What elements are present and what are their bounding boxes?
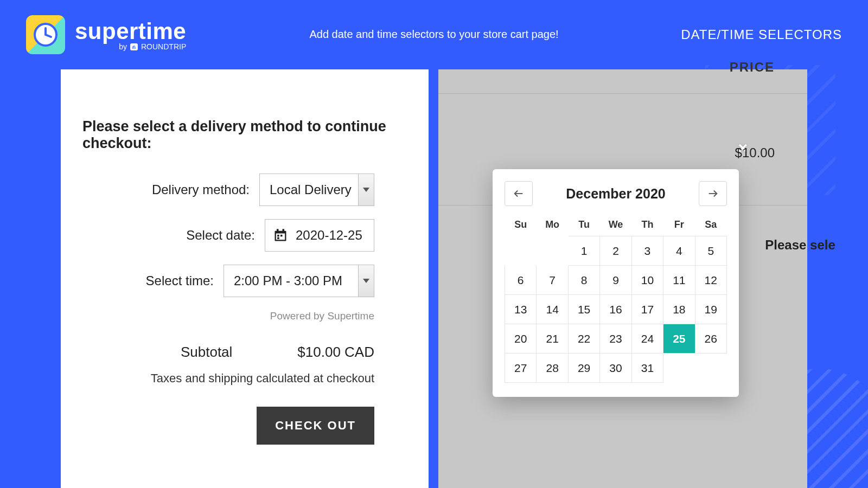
calendar-day[interactable]: 7: [537, 266, 568, 295]
byline-brand: ROUNDTRIP: [141, 42, 186, 51]
next-month-button[interactable]: [699, 181, 727, 206]
tax-note: Taxes and shipping calculated at checkou…: [82, 371, 407, 386]
svg-rect-8: [277, 235, 279, 237]
calendar-empty-cell: [537, 236, 568, 266]
price-column-header: PRICE: [730, 60, 775, 75]
clock-icon: [26, 15, 65, 54]
select-time-row: Select time: 2:00 PM - 3:00 PM: [82, 265, 407, 297]
calendar-day[interactable]: 1: [568, 236, 599, 266]
calendar-day[interactable]: 17: [631, 295, 663, 324]
delivery-method-label: Delivery method:: [152, 182, 250, 197]
select-date-row: Select date: 2020-12-25: [82, 219, 407, 252]
calendar-day[interactable]: 21: [537, 324, 568, 354]
powered-by: Powered by Supertime: [82, 310, 407, 322]
delivery-method-row: Delivery method: Local Delivery: [82, 174, 407, 206]
calendar-day[interactable]: 29: [568, 354, 599, 383]
calendar-day[interactable]: 31: [631, 354, 663, 383]
calendar-day[interactable]: 14: [537, 295, 568, 324]
delivery-method-select[interactable]: Local Delivery: [259, 174, 374, 206]
weekday-header: We: [600, 214, 631, 236]
time-value: 2:00 PM - 3:00 PM: [234, 273, 342, 288]
svg-rect-9: [280, 235, 283, 237]
arrow-right-icon: [707, 188, 719, 200]
brand-byline: by ⎌ ROUNDTRIP: [119, 42, 186, 51]
calendar-day[interactable]: 5: [695, 236, 726, 266]
weekday-header: Th: [631, 214, 663, 236]
calendar-grid: SuMoTuWeThFrSa 1234567891011121314151617…: [505, 214, 727, 383]
cart-backdrop-panel: PRICE × $10.00 Please sele December 2020…: [438, 69, 807, 488]
calendar-day[interactable]: 11: [663, 266, 695, 295]
weekday-header: Mo: [537, 214, 568, 236]
truncated-prompt: Please sele: [765, 237, 835, 253]
line-item-price: $10.00: [735, 145, 775, 160]
calendar-day[interactable]: 22: [568, 324, 599, 354]
calendar-day[interactable]: 6: [505, 266, 537, 295]
subtotal-label: Subtotal: [181, 344, 232, 361]
svg-rect-7: [283, 229, 285, 232]
calendar-day[interactable]: 23: [600, 324, 631, 354]
header-section-label: DATE/TIME SELECTORS: [681, 27, 842, 42]
weekday-header: Tu: [568, 214, 599, 236]
calendar-day[interactable]: 2: [600, 236, 631, 266]
calendar-day[interactable]: 13: [505, 295, 537, 324]
tagline: Add date and time selectors to your stor…: [309, 28, 558, 41]
calendar-empty-cell: [695, 354, 726, 383]
calendar-day[interactable]: 10: [631, 266, 663, 295]
svg-rect-10: [277, 237, 279, 240]
calendar-day[interactable]: 28: [537, 354, 568, 383]
calendar-day[interactable]: 12: [695, 266, 726, 295]
brand-block: supertime by ⎌ ROUNDTRIP: [26, 15, 186, 54]
calendar-day[interactable]: 8: [568, 266, 599, 295]
arrow-left-icon: [513, 188, 525, 200]
weekday-header: Fr: [663, 214, 695, 236]
checkout-panel: Please select a delivery method to conti…: [61, 69, 429, 488]
prev-month-button[interactable]: [505, 181, 533, 206]
divider: [438, 93, 807, 94]
roundtrip-badge-icon: ⎌: [130, 43, 138, 50]
byline-prefix: by: [119, 42, 127, 51]
delivery-prompt: Please select a delivery method to conti…: [82, 118, 407, 152]
delivery-method-value: Local Delivery: [270, 182, 352, 197]
date-picker-popover: December 2020 SuMoTuWeThFrSa 12345678910…: [493, 169, 739, 397]
select-date-label: Select date:: [186, 228, 255, 243]
chevron-down-icon: [363, 188, 369, 192]
checkout-button[interactable]: CHECK OUT: [257, 407, 374, 445]
weekday-header: Sa: [695, 214, 726, 236]
svg-rect-6: [277, 229, 279, 232]
calendar-day[interactable]: 4: [663, 236, 695, 266]
calendar-empty-cell: [663, 354, 695, 383]
calendar-icon: [273, 228, 288, 243]
calendar-day[interactable]: 16: [600, 295, 631, 324]
calendar-day[interactable]: 24: [631, 324, 663, 354]
chevron-down-icon: [363, 279, 369, 283]
calendar-empty-cell: [505, 236, 537, 266]
weekday-header: Su: [505, 214, 537, 236]
calendar-day[interactable]: 19: [695, 295, 726, 324]
calendar-day[interactable]: 30: [600, 354, 631, 383]
subtotal-row: Subtotal $10.00 CAD: [82, 344, 407, 361]
calendar-day[interactable]: 15: [568, 295, 599, 324]
app-header: supertime by ⎌ ROUNDTRIP Add date and ti…: [0, 0, 868, 69]
date-value: 2020-12-25: [296, 228, 362, 243]
calendar-day[interactable]: 26: [695, 324, 726, 354]
calendar-day[interactable]: 20: [505, 324, 537, 354]
subtotal-value: $10.00 CAD: [297, 344, 374, 361]
calendar-day[interactable]: 9: [600, 266, 631, 295]
calendar-day[interactable]: 3: [631, 236, 663, 266]
calendar-month-title: December 2020: [566, 186, 665, 202]
calendar-day[interactable]: 27: [505, 354, 537, 383]
calendar-day[interactable]: 18: [663, 295, 695, 324]
select-time-label: Select time:: [146, 273, 214, 288]
brand-name: supertime: [75, 18, 186, 44]
time-select[interactable]: 2:00 PM - 3:00 PM: [224, 265, 374, 297]
calendar-day[interactable]: 25: [663, 324, 695, 354]
date-input[interactable]: 2020-12-25: [265, 219, 374, 252]
